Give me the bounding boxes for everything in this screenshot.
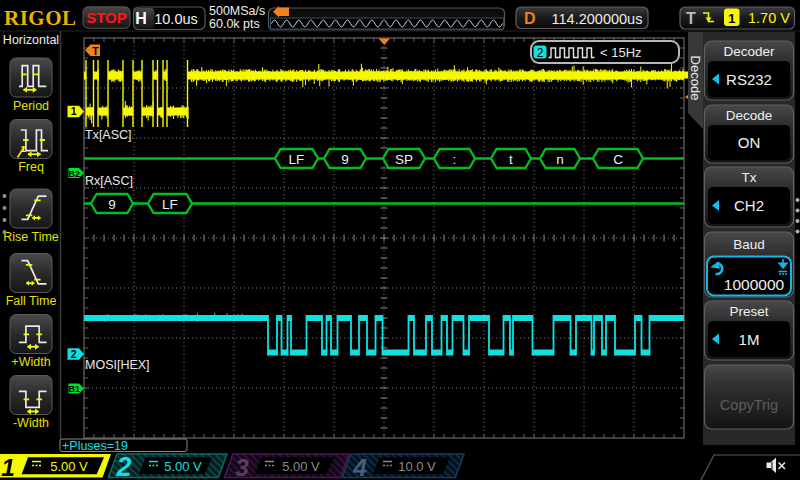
svg-text::: :: [453, 152, 457, 167]
svg-text:H: H: [135, 10, 147, 27]
svg-text:C: C: [613, 152, 623, 167]
svg-text:LF: LF: [289, 152, 305, 167]
svg-text:Preset: Preset: [729, 304, 768, 319]
svg-text:4: 4: [352, 454, 367, 480]
svg-text:MOSI[HEX]: MOSI[HEX]: [85, 358, 150, 372]
svg-text:Decode: Decode: [688, 56, 703, 101]
svg-text:SP: SP: [395, 152, 413, 167]
svg-text:3: 3: [235, 454, 249, 480]
svg-text:5.00 V: 5.00 V: [164, 459, 202, 474]
svg-text:1M: 1M: [739, 331, 760, 348]
svg-text:1: 1: [71, 105, 77, 117]
svg-text:1000000: 1000000: [724, 276, 785, 293]
svg-text:CopyTrig: CopyTrig: [720, 397, 778, 413]
svg-text:9: 9: [341, 152, 349, 167]
svg-text:Fall Time: Fall Time: [6, 294, 57, 308]
svg-text:B2: B2: [68, 169, 80, 179]
svg-text:t: t: [509, 152, 513, 167]
svg-text:1: 1: [1, 454, 15, 480]
svg-text:D: D: [524, 10, 536, 27]
svg-text:Horizontal: Horizontal: [3, 33, 59, 47]
svg-text:T: T: [92, 45, 99, 57]
svg-text:B1: B1: [68, 384, 80, 394]
svg-text:114.200000us: 114.200000us: [552, 11, 643, 27]
svg-text:2: 2: [537, 46, 544, 60]
svg-text:T: T: [686, 10, 696, 27]
svg-text:1: 1: [728, 11, 736, 26]
svg-text:Decode: Decode: [726, 108, 773, 123]
svg-text:2: 2: [71, 348, 77, 360]
svg-text:+Pluses=19: +Pluses=19: [62, 439, 128, 453]
svg-text:n: n: [556, 152, 564, 167]
svg-text:Baud: Baud: [733, 237, 765, 252]
svg-text:Decoder: Decoder: [723, 44, 775, 59]
svg-text:< 15Hz: < 15Hz: [600, 45, 642, 60]
svg-text:10.0us: 10.0us: [154, 11, 198, 27]
svg-text:RS232: RS232: [726, 71, 772, 88]
svg-text:5.00 V: 5.00 V: [50, 459, 88, 474]
svg-text:2: 2: [115, 452, 131, 480]
svg-text:500MSa/s: 500MSa/s: [209, 4, 265, 18]
svg-text:ON: ON: [738, 134, 761, 151]
svg-text:Rx[ASC]: Rx[ASC]: [85, 174, 133, 188]
svg-text:+Width: +Width: [11, 355, 50, 369]
svg-text:LF: LF: [162, 197, 178, 212]
svg-text:Period: Period: [13, 99, 49, 113]
svg-text:5.00 V: 5.00 V: [282, 459, 320, 474]
svg-text:Tx: Tx: [742, 170, 757, 185]
svg-text:9: 9: [108, 197, 116, 212]
svg-text:60.0k pts: 60.0k pts: [209, 17, 260, 31]
svg-text:RIGOL: RIGOL: [4, 6, 77, 30]
svg-text:STOP: STOP: [86, 9, 127, 26]
svg-text:CH2: CH2: [734, 197, 764, 214]
svg-text:1.70 V: 1.70 V: [748, 10, 790, 26]
svg-text:-Width: -Width: [13, 416, 49, 430]
svg-text:10.0 V: 10.0 V: [398, 459, 436, 474]
svg-text:Tx[ASC]: Tx[ASC]: [85, 128, 132, 142]
svg-text:Rise Time: Rise Time: [3, 230, 59, 244]
svg-text:Freq: Freq: [18, 160, 44, 174]
